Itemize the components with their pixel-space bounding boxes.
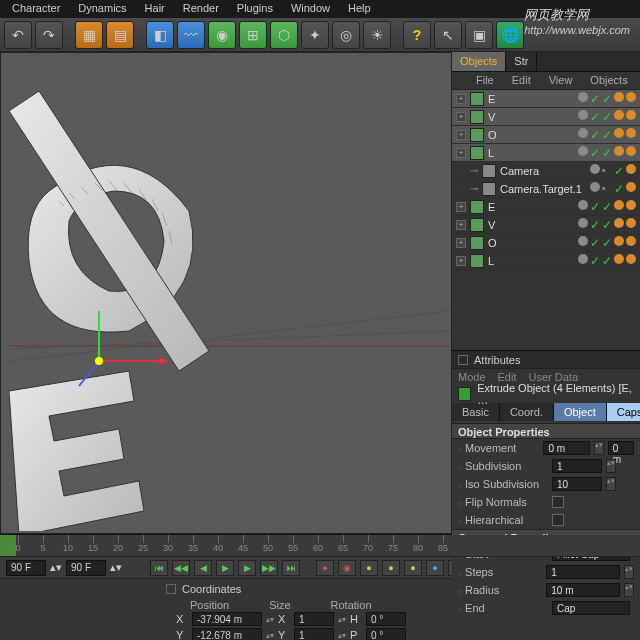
panel-toggle-icon[interactable] — [458, 355, 468, 365]
playhead[interactable] — [0, 535, 16, 556]
env-tool[interactable]: ✦ — [301, 21, 329, 49]
frame-start[interactable]: 90 F — [6, 560, 46, 576]
menu-dynamics[interactable]: Dynamics — [70, 0, 134, 18]
menu-render[interactable]: Render — [175, 0, 227, 18]
next-frame[interactable]: ▶▶ — [260, 560, 278, 576]
goto-end[interactable]: ⏭ — [282, 560, 300, 576]
lbl-end: End — [458, 602, 548, 614]
radius-value[interactable]: 10 m — [546, 583, 620, 597]
attr-title: Attributes — [474, 354, 520, 366]
key-param[interactable]: ● — [426, 560, 444, 576]
menu-window[interactable]: Window — [283, 0, 338, 18]
spinner[interactable]: ▴▾ — [606, 477, 616, 491]
frame-end[interactable]: 90 F — [66, 560, 106, 576]
object-row[interactable]: +O✓✓ — [452, 234, 640, 252]
key-rot[interactable]: ● — [404, 560, 422, 576]
light-tool[interactable]: ☀ — [363, 21, 391, 49]
movement-y[interactable]: 0 m — [608, 441, 634, 455]
play-fwd[interactable]: ▶ — [238, 560, 256, 576]
object-row[interactable]: +E✓✓ — [452, 198, 640, 216]
expand-icon[interactable]: + — [456, 202, 466, 212]
tool-1[interactable]: ▦ — [75, 21, 103, 49]
redo-button[interactable]: ↷ — [35, 21, 63, 49]
iso-value[interactable]: 10 — [552, 477, 602, 491]
om-view[interactable]: View — [541, 72, 581, 89]
timeline[interactable]: 0510152025303540455055606570758085 — [0, 535, 640, 557]
autokey[interactable]: ◉ — [338, 560, 356, 576]
expand-icon[interactable]: + — [456, 148, 466, 158]
play-back[interactable]: ▶ — [216, 560, 234, 576]
object-name: L — [488, 147, 574, 159]
expand-icon[interactable]: + — [456, 238, 466, 248]
expand-icon[interactable]: + — [456, 94, 466, 104]
svg-line-1 — [9, 331, 449, 349]
watermark: 网页教学网 http://www.webjx.com — [524, 6, 630, 36]
object-row[interactable]: +L✓✓ — [452, 144, 640, 162]
cursor-tool[interactable]: ↖ — [434, 21, 462, 49]
help-button[interactable]: ? — [403, 21, 431, 49]
subdiv-value[interactable]: 1 — [552, 459, 602, 473]
object-row[interactable]: ⊸Camera▪✓ — [452, 162, 640, 180]
panel-toggle-icon[interactable] — [166, 584, 176, 594]
expand-icon[interactable]: + — [456, 220, 466, 230]
coords-title: Coordinates — [182, 583, 241, 595]
camera-icon — [482, 182, 496, 196]
viewport[interactable] — [0, 52, 452, 534]
expand-icon[interactable]: + — [456, 130, 466, 140]
tool-2[interactable]: ▤ — [106, 21, 134, 49]
object-row[interactable]: +V✓✓ — [452, 216, 640, 234]
expand-icon[interactable]: + — [456, 256, 466, 266]
tab-objects[interactable]: Objects — [452, 52, 506, 71]
record[interactable]: ● — [316, 560, 334, 576]
spline-tool[interactable]: 〰 — [177, 21, 205, 49]
object-name: E — [488, 93, 574, 105]
prev-frame[interactable]: ◀ — [194, 560, 212, 576]
spinner[interactable]: ▴▾ — [624, 583, 634, 597]
object-row[interactable]: +L✓✓ — [452, 252, 640, 270]
om-file[interactable]: File — [468, 72, 502, 89]
render-view[interactable]: ▣ — [465, 21, 493, 49]
undo-button[interactable]: ↶ — [4, 21, 32, 49]
cube-tool[interactable]: ◧ — [146, 21, 174, 49]
flip-checkbox[interactable] — [552, 496, 564, 508]
step-back[interactable]: ◀◀ — [172, 560, 190, 576]
spinner[interactable]: ▴▾ — [50, 561, 62, 574]
camera-icon — [482, 164, 496, 178]
key-scale[interactable]: ● — [382, 560, 400, 576]
goto-start[interactable]: ⏮ — [150, 560, 168, 576]
menu-character[interactable]: Character — [4, 0, 68, 18]
extrude-icon — [470, 92, 484, 106]
expand-icon[interactable]: + — [456, 112, 466, 122]
menu-plugins[interactable]: Plugins — [229, 0, 281, 18]
camera-tool[interactable]: ◎ — [332, 21, 360, 49]
object-name: Camera — [500, 165, 586, 177]
menu-hair[interactable]: Hair — [137, 0, 173, 18]
lbl-hier: Hierarchical — [458, 514, 548, 526]
render-settings[interactable]: 🌐 — [496, 21, 524, 49]
object-row[interactable]: ⊸Camera.Target.1▪✓ — [452, 180, 640, 198]
object-row[interactable]: +O✓✓ — [452, 126, 640, 144]
menu-help[interactable]: Help — [340, 0, 379, 18]
nurbs-tool[interactable]: ◉ — [208, 21, 236, 49]
object-row[interactable]: +V✓✓ — [452, 108, 640, 126]
spinner[interactable]: ▴▾ — [594, 441, 604, 455]
tab-basic[interactable]: Basic — [452, 403, 500, 421]
om-edit[interactable]: Edit — [504, 72, 539, 89]
tab-caps[interactable]: Caps — [607, 403, 640, 421]
tab-coord[interactable]: Coord. — [500, 403, 554, 421]
object-name: O — [488, 129, 574, 141]
om-objects[interactable]: Objects — [582, 72, 635, 89]
object-row[interactable]: +E✓✓ — [452, 90, 640, 108]
steps-value[interactable]: 1 — [546, 565, 620, 579]
tab-object[interactable]: Object — [554, 403, 607, 421]
deform-tool[interactable]: ⬡ — [270, 21, 298, 49]
key-pos[interactable]: ● — [360, 560, 378, 576]
hier-checkbox[interactable] — [552, 514, 564, 526]
tab-structure[interactable]: Str — [506, 52, 537, 71]
movement-x[interactable]: 0 m — [543, 441, 589, 455]
spinner[interactable]: ▴▾ — [606, 459, 616, 473]
array-tool[interactable]: ⊞ — [239, 21, 267, 49]
end-value[interactable]: Cap — [552, 601, 630, 615]
spinner[interactable]: ▴▾ — [110, 561, 122, 574]
spinner[interactable]: ▴▾ — [624, 565, 634, 579]
